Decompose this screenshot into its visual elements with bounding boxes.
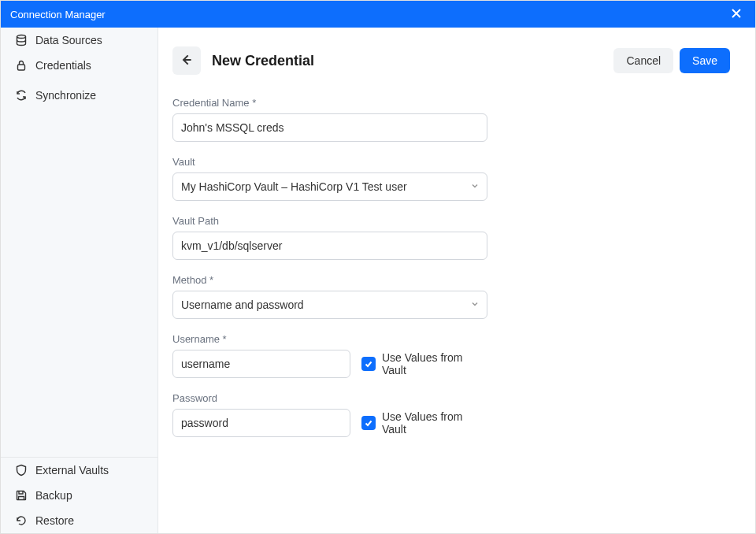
check-icon (361, 416, 376, 430)
titlebar-title: Connection Manager (10, 9, 106, 20)
sidebar-item-backup[interactable]: Backup (1, 483, 158, 508)
label-password: Password (172, 392, 487, 404)
arrow-left-icon (180, 53, 194, 69)
sidebar-item-label: Synchronize (35, 89, 96, 102)
save-icon (15, 489, 28, 502)
sidebar-item-credentials[interactable]: Credentials (1, 53, 158, 78)
svg-rect-1 (18, 65, 25, 70)
sidebar-item-synchronize[interactable]: Synchronize (1, 83, 158, 108)
checkbox-password-use-vault[interactable]: Use Values from Vault (361, 410, 487, 436)
svg-point-0 (17, 35, 26, 39)
database-icon (15, 34, 28, 46)
sidebar-item-label: External Vaults (35, 464, 109, 477)
sidebar-item-label: Backup (35, 489, 72, 502)
checkbox-label: Use Values from Vault (382, 351, 487, 376)
checkbox-username-use-vault[interactable]: Use Values from Vault (361, 351, 487, 376)
check-icon (361, 357, 376, 371)
sidebar-item-external-vaults[interactable]: External Vaults (1, 458, 158, 483)
sidebar-item-label: Data Sources (35, 34, 102, 46)
lock-icon (15, 59, 28, 72)
cancel-button[interactable]: Cancel (613, 48, 673, 73)
restore-icon (15, 514, 28, 527)
close-icon[interactable] (727, 6, 746, 23)
shield-icon (15, 464, 28, 477)
label-username: Username * (172, 333, 487, 345)
select-vault[interactable]: My HashiCorp Vault – HashiCorp V1 Test u… (172, 172, 487, 201)
input-password[interactable] (172, 409, 350, 437)
input-credential-name[interactable] (172, 113, 487, 142)
main: New Credential Cancel Save Credential Na… (158, 28, 755, 533)
sidebar-item-label: Credentials (35, 59, 91, 72)
save-button[interactable]: Save (680, 48, 730, 73)
sidebar: Data Sources Credentials Synchronize (1, 28, 158, 533)
back-button[interactable] (172, 46, 201, 75)
sidebar-item-data-sources[interactable]: Data Sources (1, 28, 158, 53)
titlebar: Connection Manager (1, 1, 755, 28)
input-username[interactable] (172, 350, 350, 378)
label-credential-name: Credential Name * (172, 97, 487, 109)
page-title: New Credential (212, 53, 314, 69)
sidebar-item-restore[interactable]: Restore (1, 508, 158, 533)
select-method[interactable]: Username and password (172, 291, 487, 319)
label-vault: Vault (172, 156, 487, 168)
label-vault-path: Vault Path (172, 215, 487, 227)
sync-icon (15, 89, 28, 102)
input-vault-path[interactable] (172, 232, 487, 260)
label-method: Method * (172, 274, 487, 286)
sidebar-item-label: Restore (35, 514, 74, 527)
credential-form: Credential Name * Vault My HashiCorp Vau… (172, 97, 487, 437)
checkbox-label: Use Values from Vault (382, 410, 487, 436)
